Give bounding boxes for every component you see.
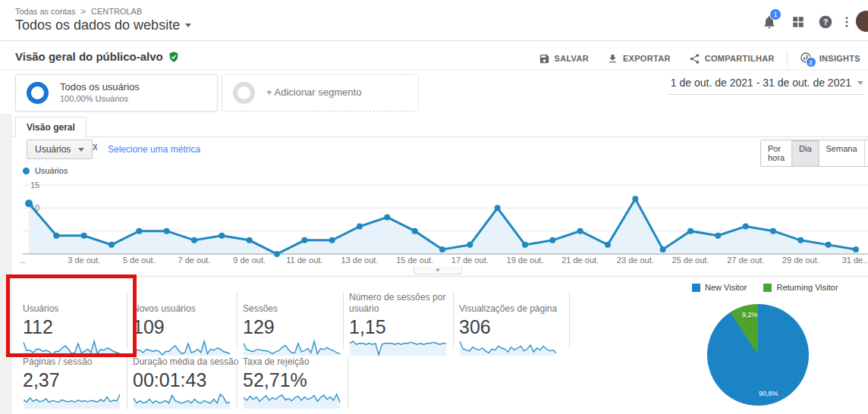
sparkline: [23, 338, 121, 356]
sparkline: [133, 338, 231, 356]
visitor-type-pie-chart[interactable]: [707, 304, 809, 406]
svg-text:13 de out.: 13 de out.: [341, 256, 379, 265]
avatar[interactable]: [856, 11, 868, 32]
segment-all-users[interactable]: Todos os usuários 100,00% Usuários: [15, 74, 218, 111]
metric-card-value: 1,15: [349, 316, 446, 338]
metric-card-sessoes[interactable]: Sessões 129: [243, 292, 338, 359]
chevron-down-icon: [78, 148, 84, 152]
page-background-strip: [0, 114, 12, 414]
add-segment-button[interactable]: + Adicionar segmento: [222, 74, 419, 111]
svg-text:9 de out.: 9 de out.: [233, 256, 266, 265]
legend-swatch-icon: [692, 284, 700, 292]
metric-dropdown-label: Usuários: [35, 144, 71, 155]
granularity-day[interactable]: Dia: [791, 140, 819, 166]
pie-legend-label: New Visitor: [705, 283, 747, 292]
sparkline: [349, 338, 447, 356]
svg-text:3 de out.: 3 de out.: [68, 256, 100, 265]
segment-title: Todos os usuários: [60, 81, 140, 93]
svg-text:...: ...: [20, 256, 27, 265]
kebab-menu-icon: [840, 15, 854, 29]
help-icon: ?: [818, 14, 833, 30]
header-divider: [0, 40, 868, 41]
svg-text:11 de out.: 11 de out.: [286, 256, 322, 265]
property-selector[interactable]: Todos os dados do website: [15, 17, 191, 33]
svg-text:31 de...: 31 de...: [842, 256, 868, 265]
metric-card-label: Visualizações de página: [459, 292, 564, 315]
download-icon: [607, 53, 618, 64]
granularity-hour[interactable]: Por hora: [761, 140, 791, 166]
shield-check-icon: [168, 51, 180, 63]
svg-text:17 de out.: 17 de out.: [451, 256, 489, 265]
metric-card-value: 00:01:43: [133, 369, 239, 391]
metric-card-value: 129: [243, 316, 338, 338]
metric-card-label: Sessões: [243, 292, 338, 315]
notification-badge: 1: [769, 8, 782, 20]
export-label: EXPORTAR: [623, 54, 671, 63]
remove-metric-button[interactable]: X: [93, 143, 98, 152]
save-button[interactable]: SALVAR: [533, 50, 595, 67]
share-button[interactable]: COMPARTILHAR: [683, 50, 781, 67]
users-line-chart-svg: 51015...3 de out.5 de out.7 de out.9 de …: [15, 180, 868, 266]
chevron-down-icon: [185, 24, 191, 27]
metric-card-usuarios[interactable]: Usuários 112: [23, 292, 121, 359]
report-bar-divider: [0, 70, 868, 71]
svg-text:25 de out.: 25 de out.: [672, 256, 709, 265]
metric-card-value: 52,71%: [243, 369, 341, 391]
pie-legend-new-visitor[interactable]: New Visitor: [692, 283, 747, 292]
notifications-button[interactable]: 1: [760, 13, 778, 31]
svg-text:7 de out.: 7 de out.: [178, 256, 211, 265]
svg-text:15 de out.: 15 de out.: [396, 256, 433, 265]
metric-card-label: Duração média da sessão: [133, 356, 239, 368]
breadcrumb-all-accounts[interactable]: Todas as contas: [15, 7, 76, 16]
card-divider: [343, 292, 344, 350]
date-range-label: 1 de out. de 2021 - 31 de out. de 2021: [671, 77, 851, 89]
save-icon: [539, 53, 550, 64]
metric-card-sessoes-por-usuario[interactable]: Número de sessões por usuário 1,15: [349, 292, 446, 359]
tab-overview[interactable]: Visão geral: [15, 117, 86, 137]
page-title: Todos os dados do website: [15, 17, 180, 33]
granularity-week[interactable]: Semana: [819, 140, 864, 166]
metric-card-label: Número de sessões por usuário: [349, 292, 446, 315]
chart-legend: Usuários: [23, 166, 68, 175]
metric-card-value: 109: [133, 316, 231, 338]
add-segment-label: + Adicionar segmento: [266, 86, 361, 98]
granularity-month[interactable]: Mês: [864, 140, 868, 166]
svg-text:?: ?: [823, 17, 829, 27]
pie-legend-returning-visitor[interactable]: Returning Visitor: [763, 283, 838, 292]
insights-badge: 2: [806, 57, 816, 67]
insights-label: INSIGHTS: [819, 54, 860, 63]
metric-card-visualizacoes[interactable]: Visualizações de página 306: [459, 292, 564, 359]
save-label: SALVAR: [555, 54, 589, 63]
sparkline: [23, 391, 121, 409]
metric-card-novos-usuarios[interactable]: Novos usuários 109: [133, 292, 231, 359]
card-divider: [237, 356, 237, 409]
export-button[interactable]: EXPORTAR: [601, 50, 677, 67]
date-range-picker[interactable]: 1 de out. de 2021 - 31 de out. de 2021: [668, 77, 863, 95]
metric-card-label: Páginas / sessão: [23, 356, 121, 368]
legend-swatch-icon: [763, 284, 772, 292]
insights-button[interactable]: 2 INSIGHTS: [794, 49, 866, 68]
chart-collapse-handle[interactable]: [414, 266, 462, 274]
metric-card-paginas-sessao[interactable]: Páginas / sessão 2,37: [23, 356, 121, 412]
metric-card-duracao-media[interactable]: Duração média da sessão 00:01:43: [133, 356, 239, 412]
pie-legend: New Visitor Returning Visitor: [692, 283, 838, 292]
select-metric-link[interactable]: Selecione uma métrica: [108, 144, 200, 155]
metric-dropdown[interactable]: Usuários: [27, 140, 93, 159]
help-button[interactable]: ?: [816, 13, 835, 31]
share-label: COMPARTILHAR: [705, 54, 775, 63]
metric-card-value: 306: [459, 316, 564, 338]
users-line-chart[interactable]: 51015...3 de out.5 de out.7 de out.9 de …: [15, 180, 868, 269]
svg-text:23 de out.: 23 de out.: [617, 256, 654, 265]
apps-grid-button[interactable]: [789, 13, 807, 31]
toolbar-divider: [787, 51, 788, 66]
breadcrumb-account[interactable]: CENTROLAB: [91, 7, 142, 16]
granularity-toggle: Por hora Dia Semana Mês: [760, 140, 868, 167]
kebab-menu-button[interactable]: [838, 13, 856, 31]
svg-text:19 de out.: 19 de out.: [507, 256, 544, 265]
metric-card-taxa-rejeicao[interactable]: Taxa de rejeição 52,71%: [243, 356, 341, 412]
metric-card-label: Taxa de rejeição: [243, 356, 341, 368]
metric-card-label: Usuários: [23, 292, 121, 315]
pie-slice-label-returning: 9,2%: [742, 311, 758, 318]
segment-ring-icon: [27, 82, 49, 104]
svg-text:15: 15: [30, 180, 39, 190]
